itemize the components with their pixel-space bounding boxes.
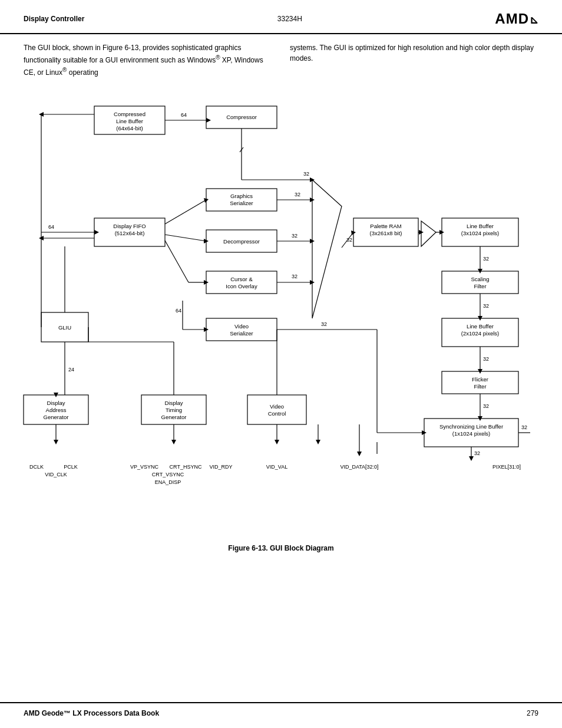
- figure-caption: Figure 6-13. GUI Block Diagram: [24, 544, 538, 552]
- body-col1: The GUI block, shown in Figure 6-13, pro…: [24, 42, 272, 78]
- svg-text:32: 32: [483, 356, 489, 362]
- svg-marker-62: [94, 230, 99, 235]
- svg-text:CRT_VSYNC: CRT_VSYNC: [152, 472, 184, 477]
- svg-text:Cursor &: Cursor &: [230, 276, 253, 282]
- svg-text:Address: Address: [46, 407, 67, 413]
- svg-text:GLIU: GLIU: [58, 324, 71, 331]
- svg-text:32: 32: [295, 192, 300, 197]
- svg-text:32: 32: [483, 403, 489, 409]
- block-diagram: Compressed Line Buffer (64x64-bit) Compr…: [12, 88, 530, 536]
- svg-text:(64x64-bit): (64x64-bit): [116, 125, 143, 131]
- svg-rect-14: [206, 271, 277, 294]
- svg-text:PCLK: PCLK: [64, 464, 78, 470]
- svg-text:PIXEL[31:0]: PIXEL[31:0]: [492, 464, 521, 470]
- svg-line-70: [165, 241, 189, 282]
- svg-marker-111: [171, 440, 176, 444]
- footer-title: AMD Geode™ LX Processors Data Book: [24, 709, 159, 717]
- svg-text:32: 32: [483, 303, 489, 309]
- svg-text:Timing: Timing: [166, 407, 182, 413]
- svg-text:Compressor: Compressor: [226, 114, 257, 120]
- svg-text:VP_VSYNC: VP_VSYNC: [130, 464, 159, 470]
- svg-text:32: 32: [292, 274, 297, 279]
- svg-text:Video: Video: [270, 403, 284, 410]
- svg-text:32: 32: [303, 171, 309, 177]
- svg-line-66: [165, 200, 206, 224]
- svg-text:Control: Control: [268, 410, 286, 417]
- svg-text:64: 64: [181, 112, 187, 118]
- svg-text:ENA_DISP: ENA_DISP: [155, 479, 181, 485]
- page-header: Display Controller 33234H AMD⊿: [0, 0, 562, 34]
- svg-text:Filter: Filter: [474, 283, 486, 289]
- svg-text:Flicker: Flicker: [472, 376, 488, 383]
- svg-text:Synchronizing Line Buffer: Synchronizing Line Buffer: [439, 423, 503, 430]
- svg-text:(1x1024 pixels): (1x1024 pixels): [452, 430, 490, 437]
- svg-text:Serializer: Serializer: [230, 200, 253, 206]
- svg-text:32: 32: [474, 450, 480, 456]
- svg-text:Generator: Generator: [161, 414, 187, 420]
- svg-text:Video: Video: [234, 323, 249, 330]
- svg-marker-146: [469, 456, 474, 461]
- svg-text:Icon Overlay: Icon Overlay: [226, 283, 257, 289]
- svg-text:Line Buffer: Line Buffer: [467, 323, 494, 330]
- svg-rect-34: [442, 371, 518, 394]
- svg-text:VID_DATA[32:0]: VID_DATA[32:0]: [340, 464, 378, 470]
- svg-text:32: 32: [346, 237, 352, 243]
- svg-text:Compressed: Compressed: [114, 111, 146, 117]
- header-title: Display Controller: [24, 15, 84, 23]
- svg-text:VID_VAL: VID_VAL: [266, 464, 287, 470]
- page: Display Controller 33234H AMD⊿ The GUI b…: [0, 0, 562, 728]
- svg-text:Graphics: Graphics: [230, 193, 253, 199]
- svg-text:Serializer: Serializer: [230, 330, 253, 337]
- svg-text:Line Buffer: Line Buffer: [467, 223, 494, 229]
- body-text: The GUI block, shown in Figure 6-13, pro…: [0, 42, 562, 78]
- diagram-area: Compressed Line Buffer (64x64-bit) Compr…: [0, 88, 562, 538]
- body-col2: systems. The GUI is optimized for high r…: [290, 42, 538, 78]
- svg-marker-113: [275, 440, 279, 444]
- svg-text:(3x261x8 bit): (3x261x8 bit): [370, 230, 402, 236]
- svg-rect-28: [442, 271, 518, 294]
- svg-marker-20: [312, 180, 342, 318]
- svg-text:32: 32: [321, 321, 327, 327]
- svg-text:(2x1024 pixels): (2x1024 pixels): [461, 330, 499, 337]
- svg-rect-17: [206, 318, 277, 341]
- svg-text:(3x1024 pixels): (3x1024 pixels): [461, 230, 499, 236]
- header-docnum: 33234H: [277, 15, 302, 23]
- svg-text:32: 32: [521, 424, 527, 430]
- svg-text:Filter: Filter: [474, 383, 486, 390]
- svg-text:(512x64-bit): (512x64-bit): [115, 230, 145, 236]
- svg-text:Line Buffer: Line Buffer: [116, 118, 143, 124]
- svg-text:64: 64: [48, 224, 54, 230]
- svg-text:DCLK: DCLK: [29, 464, 44, 470]
- svg-marker-149: [357, 452, 362, 456]
- svg-marker-109: [54, 440, 58, 444]
- svg-text:Display FIFO: Display FIFO: [113, 223, 146, 229]
- footer-page: 279: [527, 709, 538, 717]
- svg-marker-121: [316, 440, 320, 444]
- svg-marker-54: [206, 118, 211, 123]
- svg-text:24: 24: [68, 367, 74, 373]
- svg-text:VID_RDY: VID_RDY: [209, 464, 232, 470]
- svg-text:Scaling: Scaling: [471, 276, 489, 282]
- svg-text:64: 64: [176, 308, 181, 314]
- svg-text:VID_CLK: VID_CLK: [45, 472, 67, 477]
- svg-text:Display: Display: [164, 400, 183, 406]
- svg-marker-24: [421, 221, 436, 246]
- svg-text:32: 32: [483, 256, 489, 262]
- svg-text:CRT_HSYNC: CRT_HSYNC: [170, 464, 202, 470]
- svg-text:32: 32: [292, 233, 297, 239]
- svg-text:Display: Display: [47, 400, 65, 406]
- amd-logo: AMD⊿: [495, 11, 538, 27]
- svg-line-68: [165, 235, 206, 241]
- svg-rect-50: [247, 395, 306, 424]
- page-footer: AMD Geode™ LX Processors Data Book 279: [0, 702, 562, 728]
- svg-text:Palette RAM: Palette RAM: [370, 223, 401, 229]
- svg-text:Generator: Generator: [44, 414, 69, 420]
- svg-text:Decompressor: Decompressor: [223, 238, 260, 245]
